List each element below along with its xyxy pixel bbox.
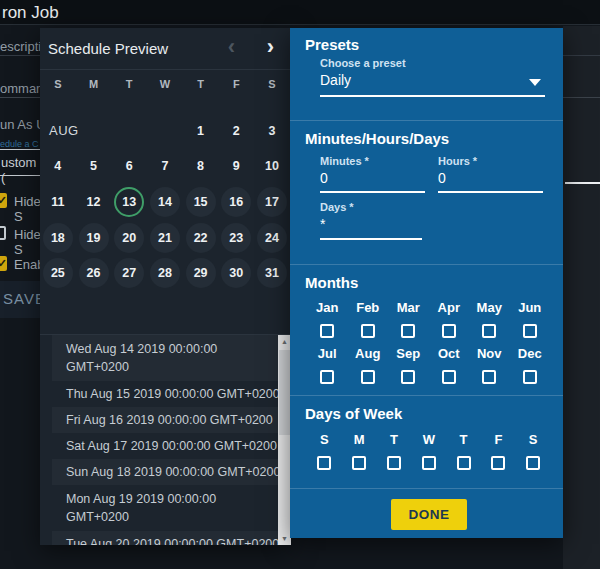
days-of-week-heading: Days of Week xyxy=(305,405,402,422)
minutes-input[interactable]: 0 xyxy=(320,170,328,186)
calendar-month-label: AUG xyxy=(40,113,183,149)
month-checkbox[interactable] xyxy=(361,370,375,384)
scrollbar-thumb[interactable] xyxy=(279,350,290,435)
dow-label: F xyxy=(481,428,516,451)
month-checkbox[interactable] xyxy=(361,324,375,338)
calendar-day-scheduled[interactable]: 16 xyxy=(218,184,254,220)
calendar-day-scheduled[interactable]: 21 xyxy=(147,220,183,256)
prev-month-icon[interactable]: ‹ xyxy=(228,34,235,60)
calendar-day-scheduled[interactable]: 15 xyxy=(183,184,219,220)
days-underline xyxy=(320,238,422,240)
page-title: ron Job xyxy=(2,3,59,23)
schedule-select[interactable]: ustom ( xyxy=(0,149,45,176)
month-checkbox[interactable] xyxy=(482,370,496,384)
checkbox-checked-icon[interactable]: ✓ xyxy=(0,256,7,271)
month-checkbox[interactable] xyxy=(401,370,415,384)
month-checkbox[interactable] xyxy=(442,370,456,384)
calendar-day-scheduled[interactable]: 24 xyxy=(254,220,290,256)
next-month-icon[interactable]: › xyxy=(267,34,274,60)
run-item: Thu Aug 15 2019 00:00:00 GMT+0200 xyxy=(52,381,278,407)
run-item: Tue Aug 20 2019 00:00:00 GMT+0200 xyxy=(52,531,278,545)
month-checkbox[interactable] xyxy=(442,324,456,338)
month-label: Dec xyxy=(510,342,551,365)
dow-checkbox[interactable] xyxy=(317,456,331,470)
hours-input[interactable]: 0 xyxy=(438,170,446,186)
months-heading: Months xyxy=(305,274,358,291)
month-checkbox[interactable] xyxy=(523,324,537,338)
calendar-day-scheduled[interactable]: 29 xyxy=(183,255,219,291)
month-checkbox[interactable] xyxy=(523,370,537,384)
run-item: Mon Aug 19 2019 00:00:00 GMT+0200 xyxy=(52,485,278,531)
calendar-day-scheduled[interactable]: 30 xyxy=(218,255,254,291)
dow-label: T xyxy=(446,428,481,451)
month-checkbox[interactable] xyxy=(320,370,334,384)
dow-label: S xyxy=(516,428,551,451)
minutes-underline xyxy=(320,191,425,193)
month-checkbox[interactable] xyxy=(482,324,496,338)
run-item: Fri Aug 16 2019 00:00:00 GMT+0200 xyxy=(52,407,278,433)
dow-label: T xyxy=(377,428,412,451)
schedule-preview-header: Schedule Preview ‹ › xyxy=(40,28,290,70)
month-label: Jan xyxy=(307,296,348,319)
month-label: Sep xyxy=(388,342,429,365)
checkbox-unchecked-icon[interactable] xyxy=(0,226,6,240)
weekday-label: S xyxy=(254,78,290,90)
calendar-day[interactable]: 5 xyxy=(76,149,112,185)
month-label: Feb xyxy=(348,296,389,319)
preset-select[interactable]: Daily xyxy=(320,72,351,88)
run-item: Sat Aug 17 2019 00:00:00 GMT+0200 xyxy=(52,433,278,459)
calendar-day-scheduled[interactable]: 19 xyxy=(76,220,112,256)
hours-underline xyxy=(438,191,543,193)
dow-checkbox[interactable] xyxy=(352,456,366,470)
days-input[interactable]: * xyxy=(320,216,325,232)
weekday-label: M xyxy=(76,78,112,90)
presets-heading: Presets xyxy=(305,36,359,53)
done-button[interactable]: DONE xyxy=(391,499,467,530)
calendar-day-scheduled[interactable]: 31 xyxy=(254,255,290,291)
month-label: Oct xyxy=(429,342,470,365)
calendar-day[interactable]: 9 xyxy=(218,149,254,185)
calendar-day-scheduled[interactable]: 20 xyxy=(111,220,147,256)
window-titlebar xyxy=(0,0,600,25)
dow-checkbox[interactable] xyxy=(491,456,505,470)
calendar-day[interactable]: 10 xyxy=(254,149,290,185)
calendar-day-scheduled[interactable]: 28 xyxy=(147,255,183,291)
calendar-day[interactable]: 8 xyxy=(183,149,219,185)
calendar-day[interactable]: 1 xyxy=(183,113,219,149)
checkbox-checked-icon[interactable]: ✓ xyxy=(0,193,7,208)
month-checkbox[interactable] xyxy=(320,324,334,338)
calendar-day-scheduled[interactable]: 25 xyxy=(40,255,76,291)
calendar-day-scheduled[interactable]: 17 xyxy=(254,184,290,220)
calendar-day-scheduled[interactable]: 27 xyxy=(111,255,147,291)
weekday-label: T xyxy=(183,78,219,90)
calendar-day[interactable]: 11 xyxy=(40,184,76,220)
schedule-link[interactable]: edule a C xyxy=(0,139,39,149)
calendar-day[interactable]: 6 xyxy=(111,149,147,185)
month-label: Nov xyxy=(469,342,510,365)
calendar-day-selected[interactable]: 13 xyxy=(111,184,147,220)
dow-label: S xyxy=(307,428,342,451)
calendar-day-scheduled[interactable]: 18 xyxy=(40,220,76,256)
chevron-down-icon[interactable] xyxy=(529,79,541,86)
calendar-day[interactable]: 2 xyxy=(218,113,254,149)
preset-underline xyxy=(320,95,545,97)
calendar-day-scheduled[interactable]: 23 xyxy=(218,220,254,256)
cron-editor-dialog: Presets Choose a preset Daily Minutes/Ho… xyxy=(290,28,563,538)
divider xyxy=(290,264,563,265)
dow-checkbox[interactable] xyxy=(457,456,471,470)
calendar-day-scheduled[interactable]: 22 xyxy=(183,220,219,256)
months-grid: Jan Feb Mar Apr May Jun Jul Aug Sep Oct … xyxy=(307,296,550,388)
dow-checkbox[interactable] xyxy=(387,456,401,470)
hide-checkbox-label: Hide S xyxy=(14,194,41,224)
calendar-day[interactable]: 4 xyxy=(40,149,76,185)
calendar-day[interactable]: 3 xyxy=(254,113,290,149)
calendar-day[interactable]: 7 xyxy=(147,149,183,185)
month-checkbox[interactable] xyxy=(401,324,415,338)
month-label: Jun xyxy=(510,296,551,319)
dow-checkbox[interactable] xyxy=(422,456,436,470)
calendar-day[interactable]: 12 xyxy=(76,184,112,220)
calendar-day-scheduled[interactable]: 14 xyxy=(147,184,183,220)
calendar-day-scheduled[interactable]: 26 xyxy=(76,255,112,291)
month-label: Mar xyxy=(388,296,429,319)
dow-checkbox[interactable] xyxy=(526,456,540,470)
